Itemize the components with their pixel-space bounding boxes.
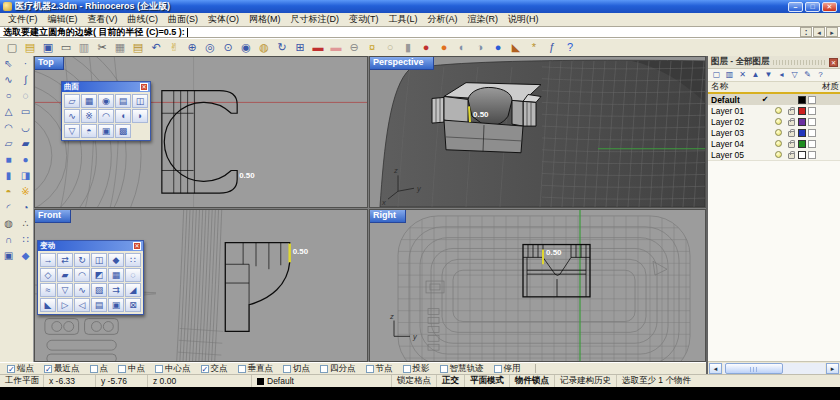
- curve-icon[interactable]: ∿: [0, 72, 17, 88]
- scrollbar-thumb[interactable]: [725, 363, 783, 374]
- menu-item[interactable]: 分析(A): [423, 13, 463, 26]
- checkbox[interactable]: [366, 365, 374, 373]
- viewport-right[interactable]: Right: [369, 209, 706, 362]
- copy-doc-icon[interactable]: ▥: [75, 40, 93, 56]
- checkbox[interactable]: [403, 365, 411, 373]
- drape-icon[interactable]: ◠: [98, 109, 114, 123]
- checkbox[interactable]: [90, 365, 98, 373]
- mesh-icon[interactable]: ◍: [0, 216, 17, 232]
- checkbox[interactable]: [238, 365, 246, 373]
- paste-icon[interactable]: ▤: [129, 40, 147, 56]
- layer-name[interactable]: Layer 04: [708, 139, 758, 149]
- flow-icon[interactable]: ≈: [40, 283, 56, 297]
- zoom-extents-icon[interactable]: ◍: [255, 40, 273, 56]
- revolve-icon[interactable]: ◉: [98, 94, 114, 108]
- select-circle-icon[interactable]: ⊖: [345, 40, 363, 56]
- menu-item[interactable]: 渲染(R): [463, 13, 504, 26]
- save-file-icon[interactable]: ▣: [39, 40, 57, 56]
- scroll-left-icon[interactable]: ◂: [813, 27, 825, 37]
- scroll-left-button[interactable]: ◂: [709, 363, 722, 374]
- circle-icon[interactable]: ○: [0, 88, 17, 104]
- layer-name[interactable]: Layer 05: [708, 150, 758, 160]
- layer-row[interactable]: Layer 01: [708, 105, 840, 116]
- layer-name[interactable]: Layer 02: [708, 117, 758, 127]
- layer-color-swatch[interactable]: [798, 107, 806, 115]
- lock-icon[interactable]: [788, 142, 795, 148]
- layer-color-swatch[interactable]: [798, 151, 806, 159]
- scale-2d-icon[interactable]: ▰: [57, 268, 73, 282]
- menu-item[interactable]: 尺寸标注(D): [286, 13, 345, 26]
- checkbox[interactable]: [440, 365, 448, 373]
- help-icon[interactable]: ?: [561, 40, 579, 56]
- osnap-停用[interactable]: 停用: [494, 363, 521, 375]
- checkbox[interactable]: [155, 365, 163, 373]
- render-cone-icon[interactable]: ◣: [507, 40, 525, 56]
- menu-item[interactable]: 查看(V): [83, 13, 123, 26]
- new-file-icon[interactable]: ▢: [3, 40, 21, 56]
- layer-row[interactable]: Layer 04: [708, 138, 840, 149]
- status-toggle[interactable]: 平面模式: [465, 375, 510, 387]
- current-layer-check[interactable]: ✔: [758, 95, 772, 104]
- shaded-display-icon[interactable]: ●: [435, 40, 453, 56]
- print-icon[interactable]: ▭: [57, 40, 75, 56]
- close-icon[interactable]: ✕: [133, 242, 141, 250]
- layer-color-swatch[interactable]: [798, 129, 806, 137]
- edge-surface-icon[interactable]: ▣: [98, 124, 114, 138]
- corner-surface-icon[interactable]: ▰: [17, 136, 34, 152]
- transform-palette-titlebar[interactable]: 变动 ✕: [38, 241, 143, 251]
- hide-object-icon[interactable]: ▬: [309, 40, 327, 56]
- light-bulb-icon[interactable]: ○: [381, 40, 399, 56]
- collapse-icon[interactable]: ◂: [776, 70, 787, 81]
- menu-item[interactable]: 文件(F): [3, 13, 43, 26]
- menu-item[interactable]: 工具(L): [384, 13, 423, 26]
- viewport-top[interactable]: Top: [34, 56, 368, 208]
- xray-display-icon[interactable]: ◑: [471, 40, 489, 56]
- command-line[interactable]: 选取要建立圆角的边缘 ( 目前的半径 (C)=0.5 ): ⁚◂▸: [0, 26, 840, 38]
- array-linear-icon[interactable]: ⇉: [108, 283, 124, 297]
- viewport-perspective[interactable]: Perspective: [369, 56, 706, 208]
- menu-item[interactable]: 编辑(E): [43, 13, 83, 26]
- status-toggle[interactable]: 锁定格点: [392, 375, 437, 387]
- mirror-icon[interactable]: ◫: [91, 253, 107, 267]
- menu-item[interactable]: 曲面(S): [163, 13, 203, 26]
- render-settings-icon[interactable]: *: [525, 40, 543, 56]
- project-icon[interactable]: ▷: [57, 298, 73, 312]
- filter-icon[interactable]: ▽: [789, 70, 800, 81]
- command-grip-icon[interactable]: ⁚: [800, 27, 812, 37]
- box-icon[interactable]: ■: [0, 152, 17, 168]
- smooth-icon[interactable]: ⊠: [125, 298, 141, 312]
- cut-icon[interactable]: ✂: [93, 40, 111, 56]
- heightfield-icon[interactable]: ▩: [115, 124, 131, 138]
- checkbox[interactable]: [494, 365, 502, 373]
- viewport-right-canvas[interactable]: 0.50 z y: [370, 210, 705, 361]
- array-icon[interactable]: ∷: [17, 232, 34, 248]
- viewport-right-label[interactable]: Right: [370, 210, 406, 223]
- point-icon[interactable]: ·: [17, 56, 34, 72]
- viewport-top-label[interactable]: Top: [35, 57, 64, 70]
- scroll-right-button[interactable]: ▸: [826, 363, 839, 374]
- layer-color-swatch[interactable]: [798, 140, 806, 148]
- extrude-surface-icon[interactable]: ◫: [132, 94, 148, 108]
- scale-1d-icon[interactable]: ◣: [40, 298, 56, 312]
- osnap-点[interactable]: 点: [90, 363, 109, 375]
- menu-item[interactable]: 实体(O): [203, 13, 244, 26]
- ghosted-display-icon[interactable]: ◐: [453, 40, 471, 56]
- conic-icon[interactable]: ◡: [17, 120, 34, 136]
- orient-on-surface-icon[interactable]: ◩: [91, 268, 107, 282]
- array-rect-icon[interactable]: ∷: [125, 253, 141, 267]
- zoom-window-icon[interactable]: ◉: [237, 40, 255, 56]
- rail-revolve-1-icon[interactable]: ◖: [115, 109, 131, 123]
- surface-palette[interactable]: 曲面 ✕ ▱▦◉▤◫∿※◠◖◗▽◓▣▩: [61, 81, 151, 141]
- explode-icon[interactable]: ※: [17, 184, 34, 200]
- close-icon[interactable]: ✕: [140, 83, 148, 91]
- remap-icon[interactable]: ◁: [74, 298, 90, 312]
- rail-revolve-2-icon[interactable]: ◗: [132, 109, 148, 123]
- cage-edit-icon[interactable]: ▤: [91, 298, 107, 312]
- loft-icon[interactable]: ◓: [81, 124, 97, 138]
- copy-icon[interactable]: ▦: [111, 40, 129, 56]
- taper-icon[interactable]: ▽: [57, 283, 73, 297]
- lock-icon[interactable]: [788, 120, 795, 126]
- layer-tools-icon[interactable]: ✎: [802, 70, 813, 81]
- status-toggle[interactable]: 正交: [437, 375, 465, 387]
- visibility-bulb-icon[interactable]: [775, 118, 782, 125]
